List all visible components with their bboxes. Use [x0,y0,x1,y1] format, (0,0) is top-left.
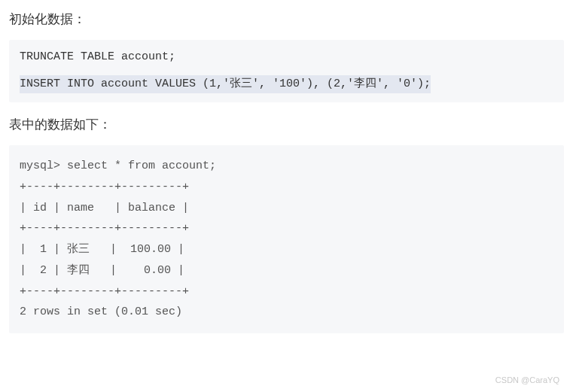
section-title-data: 表中的数据如下： [9,116,564,133]
mysql-output-block: mysql> select * from account; +----+----… [9,145,564,333]
section-title-init: 初始化数据： [9,11,564,28]
sql-truncate-line: TRUNCATE TABLE account; [20,49,553,66]
code-block-sql-init: TRUNCATE TABLE account; INSERT INTO acco… [9,40,564,102]
watermark: CSDN @CaraYQ [495,375,559,384]
sql-insert-line: INSERT INTO account VALUES (1,'张三', '100… [20,75,431,94]
